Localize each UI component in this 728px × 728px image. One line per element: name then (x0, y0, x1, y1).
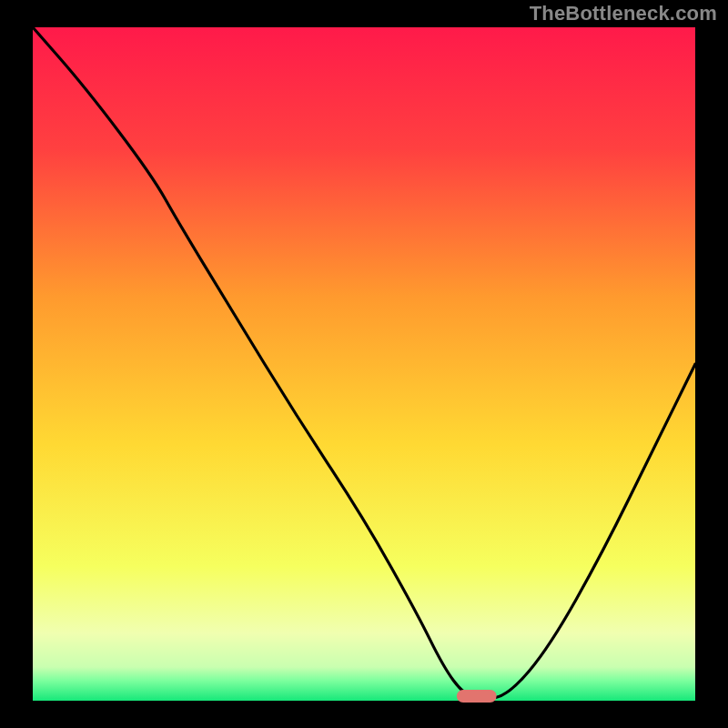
watermark-text: TheBottleneck.com (530, 2, 717, 25)
gradient-background (33, 27, 695, 701)
chart-frame: TheBottleneck.com (0, 0, 728, 728)
plot-area (33, 27, 695, 703)
minimum-marker (457, 690, 497, 703)
bottleneck-chart (0, 0, 728, 728)
